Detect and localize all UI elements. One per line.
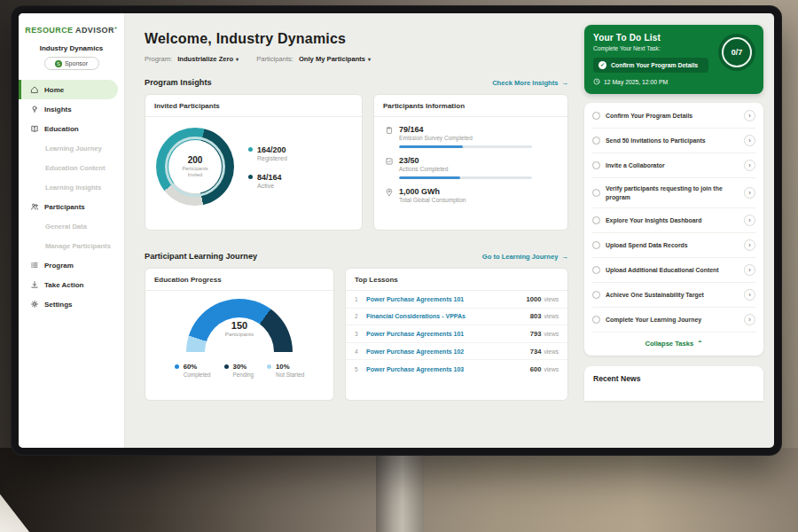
arrow-right-icon: → <box>561 253 568 261</box>
task-row[interactable]: Explore Your Insights Dashboard › <box>592 208 755 233</box>
sidebar-item-manage-participants[interactable]: Manage Participants <box>19 236 124 255</box>
lesson-row: 3 Power Purchase Agreements 101 793 view… <box>346 325 567 343</box>
sidebar-item-program[interactable]: Program <box>19 255 124 275</box>
collapse-tasks-button[interactable]: Collapse Tasks ⌃ <box>592 332 755 352</box>
participants-select[interactable]: Only My Participants ▾ <box>299 55 371 63</box>
check-more-insights-link[interactable]: Check More Insights → <box>492 79 568 87</box>
logo-advisor: ADVISOR <box>75 26 114 35</box>
sidebar-item-take-action[interactable]: Take Action <box>19 275 124 294</box>
task-checkbox[interactable] <box>592 161 600 169</box>
card-title: Invited Participants <box>145 95 362 117</box>
logo-resource: RESOURCE <box>25 26 73 35</box>
section-title: Participant Learning Journey <box>145 252 257 261</box>
education-gauge-chart: 150 Participants <box>186 299 293 353</box>
logo-plus: + <box>114 25 118 30</box>
clipboard-icon <box>385 126 394 135</box>
task-row[interactable]: Upload Spend Data Records › <box>592 233 755 258</box>
chevron-right-icon[interactable]: › <box>744 239 755 251</box>
lesson-link[interactable]: Power Purchase Agreements 103 <box>366 366 530 372</box>
task-checkbox[interactable] <box>592 216 600 224</box>
chevron-right-icon[interactable]: › <box>744 289 755 301</box>
todo-header-card: Your To Do List Complete Your Next Task:… <box>584 25 763 94</box>
learning-journey-header: Participant Learning Journey Go to Learn… <box>145 252 568 261</box>
emission-progress-bar <box>399 145 532 148</box>
chevron-right-icon[interactable]: › <box>744 135 755 146</box>
gear-icon <box>30 300 39 309</box>
task-checkbox[interactable] <box>592 137 600 145</box>
task-row[interactable]: Send 50 Invitations to Participants › <box>592 129 755 153</box>
sponsor-label: Sponsor <box>65 60 88 66</box>
chevron-right-icon[interactable]: › <box>744 215 755 226</box>
education-progress-card: Education Progress 150 Participants <box>145 268 334 401</box>
chevron-right-icon[interactable]: › <box>744 160 755 171</box>
participants-filter-label: Participants: <box>256 55 293 63</box>
next-task-pill[interactable]: ✓ Confirm Your Program Details <box>593 58 708 73</box>
monitor-bezel: RESOURCE ADVISOR+ Industry Dynamics S Sp… <box>11 5 782 456</box>
chevron-up-icon: ⌃ <box>697 340 702 348</box>
dashboard-screen: RESOURCE ADVISOR+ Industry Dynamics S Sp… <box>19 13 774 448</box>
program-filter-label: Program: <box>145 55 172 63</box>
chevron-right-icon[interactable]: › <box>744 187 755 199</box>
task-checkbox[interactable] <box>592 112 600 120</box>
sidebar-item-learning-insights[interactable]: Learning Insights <box>19 177 124 197</box>
go-to-learning-journey-link[interactable]: Go to Learning Journey → <box>482 253 568 261</box>
checklist-icon <box>385 157 394 166</box>
lesson-row: 4 Power Purchase Agreements 102 734 view… <box>346 343 567 361</box>
task-checkbox[interactable] <box>592 266 600 274</box>
task-row[interactable]: Complete Your Learning Journey › <box>592 308 755 332</box>
top-lessons-card: Top Lessons 1 Power Purchase Agreements … <box>345 268 568 401</box>
sidebar: RESOURCE ADVISOR+ Industry Dynamics S Sp… <box>19 13 125 448</box>
sidebar-item-learning-journey[interactable]: Learning Journey <box>19 138 124 158</box>
chevron-right-icon[interactable]: › <box>744 110 755 121</box>
task-row[interactable]: Confirm Your Program Details › <box>592 104 755 129</box>
program-select[interactable]: Industrialize Zero ▾ <box>177 55 239 63</box>
page-title: Welcome, Industry Dynamics <box>145 31 565 47</box>
sidebar-item-insights[interactable]: Insights <box>19 99 124 119</box>
stat-actions-completed: 23/50 Actions Completed <box>385 156 557 179</box>
recent-news-title: Recent News <box>593 374 641 383</box>
lesson-link[interactable]: Power Purchase Agreements 101 <box>366 296 527 302</box>
sidebar-item-settings[interactable]: Settings <box>19 294 124 314</box>
program-insights-header: Program Insights Check More Insights → <box>145 78 568 87</box>
todo-panel: Your To Do List Complete Your Next Task:… <box>575 13 774 448</box>
sidebar-item-participants[interactable]: Participants <box>19 197 124 216</box>
donut-center-value: 200 <box>188 155 203 165</box>
legend-dot <box>224 364 229 369</box>
legend-dot <box>248 147 253 152</box>
task-row[interactable]: Invite a Collaborator › <box>592 153 755 178</box>
gauge-center-value: 150 <box>186 320 293 331</box>
chevron-right-icon[interactable]: › <box>744 264 755 276</box>
participants-information-card: Participants Information 79/164 Emission… <box>373 94 568 231</box>
task-row[interactable]: Verify participants requesting to join t… <box>592 178 755 208</box>
book-icon <box>30 124 39 133</box>
task-row[interactable]: Upload Additional Educational Content › <box>592 258 755 283</box>
actions-progress-bar <box>399 176 532 179</box>
clock-icon <box>593 78 600 85</box>
invited-participants-card: Invited Participants 200 Participants In… <box>145 94 363 231</box>
task-row[interactable]: Achieve One Sustainability Target › <box>592 283 755 308</box>
task-checkbox[interactable] <box>592 241 600 249</box>
lesson-link[interactable]: Power Purchase Agreements 101 <box>366 331 530 337</box>
gauge-legend: 60% Completed 30% Pending <box>175 363 305 378</box>
legend-dot <box>175 364 179 369</box>
lesson-link[interactable]: Power Purchase Agreements 102 <box>366 348 530 355</box>
check-icon: ✓ <box>598 61 606 69</box>
legend-item-pending: 30% Pending <box>224 363 254 378</box>
task-checkbox[interactable] <box>592 291 600 299</box>
todo-progress-ring: 0/7 <box>718 34 755 71</box>
sidebar-item-education[interactable]: Education <box>19 119 124 138</box>
sidebar-item-general-data[interactable]: General Data <box>19 216 124 236</box>
sidebar-item-education-content[interactable]: Education Content <box>19 158 124 177</box>
sidebar-item-home[interactable]: Home <box>19 80 118 99</box>
chevron-right-icon[interactable]: › <box>744 314 755 325</box>
sponsor-icon: S <box>55 60 62 67</box>
task-checkbox[interactable] <box>592 189 600 197</box>
lesson-link[interactable]: Financial Considerations - VPPAs <box>366 313 530 319</box>
chevron-down-icon: ▾ <box>368 56 371 62</box>
legend-dot <box>248 175 253 179</box>
app-logo: RESOURCE ADVISOR+ <box>19 25 124 35</box>
invited-donut-chart: 200 Participants Invited <box>156 128 234 206</box>
sponsor-badge[interactable]: S Sponsor <box>44 57 99 70</box>
task-checkbox[interactable] <box>592 316 600 324</box>
donut-legend: 164/200 Registered 84/164 Active <box>248 145 287 189</box>
